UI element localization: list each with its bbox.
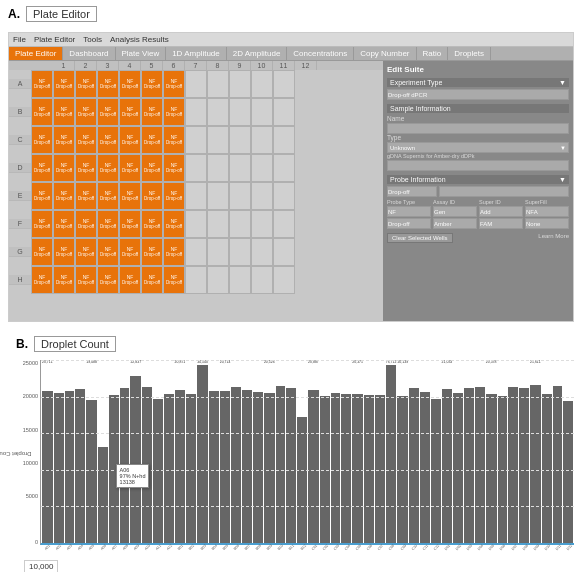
bar-B10[interactable]: [276, 360, 286, 543]
cell-B2[interactable]: NFDrop-off: [53, 98, 75, 126]
cell-C6[interactable]: NFDrop-off: [141, 126, 163, 154]
bar-D06[interactable]: [498, 360, 508, 543]
cell-H4[interactable]: NFDrop-off: [97, 266, 119, 294]
cell-G5[interactable]: NFDrop-off: [119, 238, 141, 266]
bar-A05[interactable]: 19,488: [86, 360, 97, 543]
assay-id-2[interactable]: [433, 218, 477, 229]
cell-B6[interactable]: NFDrop-off: [141, 98, 163, 126]
menu-file[interactable]: File: [13, 35, 26, 44]
assay-id-1[interactable]: [433, 206, 477, 217]
cell-E1[interactable]: NFDrop-off: [31, 182, 53, 210]
cell-E12[interactable]: [273, 182, 295, 210]
cell-F12[interactable]: [273, 210, 295, 238]
cell-B8[interactable]: [185, 98, 207, 126]
cell-H11[interactable]: [251, 266, 273, 294]
cell-H12[interactable]: [273, 266, 295, 294]
bar-C07[interactable]: [375, 360, 385, 543]
cell-F6[interactable]: NFDrop-off: [141, 210, 163, 238]
menu-analysis[interactable]: Analysis Results: [110, 35, 169, 44]
cell-G3[interactable]: NFDrop-off: [75, 238, 97, 266]
cell-B4[interactable]: NFDrop-off: [97, 98, 119, 126]
cell-D8[interactable]: [185, 154, 207, 182]
bar-C09[interactable]: 20,139: [397, 360, 408, 543]
cell-A11[interactable]: [251, 70, 273, 98]
cell-D5[interactable]: NFDrop-off: [119, 154, 141, 182]
cell-D12[interactable]: [273, 154, 295, 182]
cell-C2[interactable]: NFDrop-off: [53, 126, 75, 154]
cell-E5[interactable]: NFDrop-off: [119, 182, 141, 210]
tab-plate-view[interactable]: Plate View: [116, 47, 167, 60]
cell-C7[interactable]: NFDrop-off: [163, 126, 185, 154]
tab-dashboard[interactable]: Dashboard: [63, 47, 115, 60]
tab-copy-number[interactable]: Copy Number: [354, 47, 416, 60]
probe-id-input[interactable]: [439, 186, 569, 197]
cell-E2[interactable]: NFDrop-off: [53, 182, 75, 210]
super-id-1[interactable]: [479, 206, 523, 217]
cell-G4[interactable]: NFDrop-off: [97, 238, 119, 266]
cell-F1[interactable]: NFDrop-off: [31, 210, 53, 238]
cell-G11[interactable]: [251, 238, 273, 266]
super-id-2[interactable]: [479, 218, 523, 229]
tab-concentrations[interactable]: Concentrations: [287, 47, 354, 60]
bar-B07[interactable]: [242, 360, 252, 543]
probe-type-1[interactable]: [387, 206, 431, 217]
cell-H6[interactable]: NFDrop-off: [141, 266, 163, 294]
cell-E8[interactable]: [185, 182, 207, 210]
cell-D6[interactable]: NFDrop-off: [141, 154, 163, 182]
bar-D05[interactable]: 20,378: [486, 360, 497, 543]
cell-C3[interactable]: NFDrop-off: [75, 126, 97, 154]
cell-B11[interactable]: [251, 98, 273, 126]
bar-D09[interactable]: 21,611: [530, 360, 541, 543]
bar-D03[interactable]: [464, 360, 474, 543]
bar-D08[interactable]: [519, 360, 529, 543]
cell-G1[interactable]: NFDrop-off: [31, 238, 53, 266]
bar-D04[interactable]: [475, 360, 485, 543]
cell-H3[interactable]: NFDrop-off: [75, 266, 97, 294]
cell-A4[interactable]: NFDrop-off: [97, 70, 119, 98]
cell-H9[interactable]: [207, 266, 229, 294]
bar-C10[interactable]: [409, 360, 419, 543]
bar-C03[interactable]: [331, 360, 341, 543]
cell-E3[interactable]: NFDrop-off: [75, 182, 97, 210]
cell-E9[interactable]: [207, 182, 229, 210]
cell-E6[interactable]: NFDrop-off: [141, 182, 163, 210]
cell-A1[interactable]: NFDrop-off: [31, 70, 53, 98]
cell-B10[interactable]: [229, 98, 251, 126]
bar-D07[interactable]: [508, 360, 518, 543]
cell-D1[interactable]: NFDrop-off: [31, 154, 53, 182]
cell-F5[interactable]: NFDrop-off: [119, 210, 141, 238]
bar-C08[interactable]: 76,712: [386, 360, 397, 543]
learn-more-link[interactable]: Learn More: [538, 233, 569, 243]
menu-tools[interactable]: Tools: [83, 35, 102, 44]
cell-H10[interactable]: [229, 266, 251, 294]
experiment-type-input[interactable]: [387, 89, 569, 100]
bar-B12[interactable]: [297, 360, 307, 543]
cell-E7[interactable]: NFDrop-off: [163, 182, 185, 210]
tab-2d-amplitude[interactable]: 2D Amplitude: [227, 47, 288, 60]
cell-E4[interactable]: NFDrop-off: [97, 182, 119, 210]
cell-A9[interactable]: [207, 70, 229, 98]
bar-A07[interactable]: [109, 360, 119, 543]
cell-C9[interactable]: [207, 126, 229, 154]
bar-D01[interactable]: 21,033: [442, 360, 453, 543]
bar-A01[interactable]: 20,711: [42, 360, 53, 543]
cell-H1[interactable]: NFDrop-off: [31, 266, 53, 294]
cell-G9[interactable]: [207, 238, 229, 266]
probe-type-2[interactable]: [387, 218, 431, 229]
bar-C02[interactable]: [320, 360, 330, 543]
cell-B1[interactable]: NFDrop-off: [31, 98, 53, 126]
cell-F2[interactable]: NFDrop-off: [53, 210, 75, 238]
cell-F4[interactable]: NFDrop-off: [97, 210, 119, 238]
probe-name-input[interactable]: [387, 186, 437, 197]
bar-B04[interactable]: [209, 360, 219, 543]
cell-H2[interactable]: NFDrop-off: [53, 266, 75, 294]
cell-G6[interactable]: NFDrop-off: [141, 238, 163, 266]
cell-H8[interactable]: [185, 266, 207, 294]
bar-B01[interactable]: 20,871: [175, 360, 186, 543]
cell-F9[interactable]: [207, 210, 229, 238]
cell-B9[interactable]: [207, 98, 229, 126]
cell-D4[interactable]: NFDrop-off: [97, 154, 119, 182]
tab-plate-editor[interactable]: Plate Editor: [9, 47, 63, 60]
cell-C4[interactable]: NFDrop-off: [97, 126, 119, 154]
bar-C11[interactable]: [420, 360, 430, 543]
